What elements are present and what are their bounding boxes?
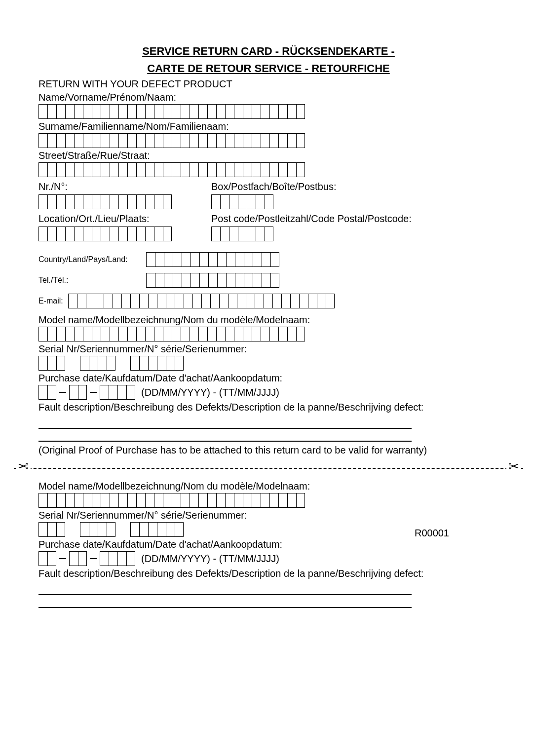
fault-description-input-2[interactable] [38, 582, 498, 608]
model-input[interactable] [38, 327, 498, 341]
model-label: Model name/Modellbezeichnung/Nom du modè… [38, 314, 498, 326]
email-label: E-mail: [38, 297, 63, 305]
location-input[interactable] [38, 227, 191, 241]
serial-input[interactable] [38, 356, 498, 371]
postcode-input[interactable] [211, 227, 273, 241]
nr-label: Nr./N°: [38, 181, 191, 192]
country-label: Country/Land/Pays/Land: [38, 255, 137, 264]
box-input[interactable] [211, 194, 273, 209]
purchase-label-2: Purchase date/Kaufdatum/Date d'achat/Aan… [38, 539, 498, 550]
model-input-2[interactable] [38, 493, 498, 508]
service-return-card: SERVICE RETURN CARD - RÜCKSENDEKARTE - C… [0, 0, 533, 638]
name-input[interactable] [38, 104, 498, 119]
serial-label: Serial Nr/Seriennummer/N° série/Serienum… [38, 343, 498, 355]
street-input[interactable] [38, 162, 498, 177]
scissors-icon: ✂ [506, 459, 521, 474]
tel-label: Tel./Tél.: [38, 276, 137, 285]
postcode-label: Post code/Postleitzahl/Code Postal/Postc… [211, 213, 412, 225]
dash-icon [59, 392, 66, 393]
date-format-note: (DD/MM/YYYY) - (TT/MM/JJJJ) [141, 387, 279, 398]
fault-label-2: Fault description/Beschreibung des Defek… [38, 568, 498, 579]
fault-description-input[interactable] [38, 416, 498, 442]
scissors-icon: ✂ [16, 459, 31, 474]
location-label: Location/Ort./Lieu/Plaats: [38, 213, 191, 225]
country-input[interactable] [146, 252, 279, 267]
surname-input[interactable] [38, 133, 498, 148]
purchase-date-input-2[interactable]: (DD/MM/YYYY) - (TT/MM/JJJJ) [38, 551, 498, 566]
tel-input[interactable] [146, 273, 279, 288]
nr-input[interactable] [38, 194, 191, 209]
cut-line: ✂ ✂ [14, 461, 523, 476]
name-label: Name/Vorname/Prénom/Naam: [38, 92, 498, 103]
fault-label: Fault description/Beschreibung des Defek… [38, 402, 498, 413]
dash-icon [90, 558, 97, 559]
dash-icon [59, 558, 66, 559]
surname-label: Surname/Familienname/Nom/Familienaam: [38, 121, 498, 132]
title-line-1: SERVICE RETURN CARD - RÜCKSENDEKARTE - [38, 44, 498, 59]
purchase-date-input[interactable]: (DD/MM/YYYY) - (TT/MM/JJJJ) [38, 385, 498, 400]
street-label: Street/Straße/Rue/Straat: [38, 150, 498, 161]
model-label-2: Model name/Modellbezeichnung/Nom du modè… [38, 481, 498, 492]
title-line-2: CARTE DE RETOUR SERVICE - RETOURFICHE [38, 62, 498, 76]
date-format-note-2: (DD/MM/YYYY) - (TT/MM/JJJJ) [141, 553, 279, 565]
box-label: Box/Postfach/Boîte/Postbus: [211, 181, 336, 192]
proof-of-purchase-note: (Original Proof of Purchase has to be at… [38, 445, 498, 456]
purchase-label: Purchase date/Kaufdatum/Date d'achat/Aan… [38, 373, 498, 384]
serial-label-2: Serial Nr/Seriennummer/N° série/Serienum… [38, 510, 498, 521]
email-input[interactable] [68, 294, 335, 308]
document-code: R00001 [415, 528, 449, 539]
return-instruction: RETURN WITH YOUR DEFECT PRODUCT [38, 78, 498, 90]
dash-icon [90, 392, 97, 393]
